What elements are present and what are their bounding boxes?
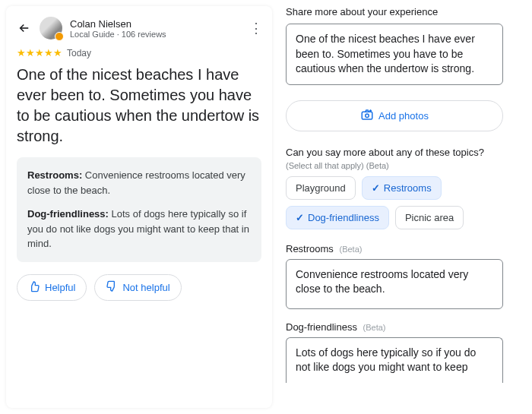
- detail-dogs: Dog-friendliness: Lots of dogs here typi…: [27, 207, 251, 251]
- add-photos-label: Add photos: [378, 110, 429, 122]
- camera-icon: [360, 108, 374, 124]
- chip-dog-friendliness[interactable]: ✓ Dog-friendliness: [286, 206, 389, 229]
- review-time: Today: [67, 48, 91, 58]
- share-experience-title: Share more about your experience: [286, 6, 503, 17]
- user-info: Colan Nielsen Local Guide · 106 reviews: [70, 18, 242, 39]
- check-icon: ✓: [296, 212, 304, 223]
- dogs-section-label: Dog-friendliness (Beta): [286, 321, 503, 333]
- chip-playground[interactable]: Playground: [286, 176, 356, 200]
- thumb-down-icon: [106, 280, 118, 295]
- svg-rect-0: [362, 112, 372, 119]
- svg-point-1: [366, 114, 369, 118]
- detail-dogs-label: Dog-friendliness:: [27, 208, 109, 220]
- detail-restrooms-label: Restrooms:: [27, 169, 82, 181]
- review-form: Share more about your experience One of …: [278, 0, 514, 414]
- beta-tag: (Beta): [363, 323, 386, 332]
- review-header: Colan Nielsen Local Guide · 106 reviews …: [17, 17, 261, 40]
- avatar[interactable]: [40, 17, 62, 40]
- dogs-input[interactable]: Lots of dogs here typically so if you do…: [286, 337, 503, 383]
- topic-chips: Playground ✓ Restrooms ✓ Dog-friendlines…: [286, 176, 503, 229]
- detail-restrooms: Restrooms: Convenience restrooms located…: [27, 168, 251, 198]
- not-helpful-label: Not helpful: [122, 282, 169, 293]
- chip-playground-label: Playground: [296, 182, 346, 194]
- chip-restrooms-label: Restrooms: [384, 182, 432, 194]
- restrooms-input[interactable]: Convenience restrooms located very close…: [286, 259, 503, 309]
- restrooms-section-label: Restrooms (Beta): [286, 243, 503, 254]
- review-card: Colan Nielsen Local Guide · 106 reviews …: [6, 6, 272, 408]
- helpful-buttons: Helpful Not helpful: [17, 274, 261, 301]
- thumb-up-icon: [28, 280, 40, 295]
- topics-subtitle: (Select all that apply) (Beta): [286, 161, 503, 170]
- user-sub: Local Guide · 106 reviews: [70, 30, 242, 39]
- chip-picnic-label: Picnic area: [405, 212, 454, 223]
- chip-dog-label: Dog-friendliness: [308, 212, 379, 223]
- chip-restrooms[interactable]: ✓ Restrooms: [362, 176, 442, 200]
- review-details-box: Restrooms: Convenience restrooms located…: [17, 157, 261, 262]
- beta-tag: (Beta): [339, 245, 362, 254]
- back-icon[interactable]: [17, 21, 32, 36]
- experience-input[interactable]: One of the nicest beaches I have ever be…: [286, 24, 503, 85]
- not-helpful-button[interactable]: Not helpful: [94, 274, 181, 301]
- user-name[interactable]: Colan Nielsen: [70, 18, 242, 30]
- star-rating: ★★★★★: [17, 47, 62, 58]
- local-guide-badge-icon: [55, 32, 64, 41]
- check-icon: ✓: [372, 182, 380, 194]
- rating-row: ★★★★★ Today: [17, 47, 261, 58]
- topics-title: Can you say more about any of these topi…: [286, 147, 503, 158]
- review-body: One of the nicest beaches I have ever be…: [17, 65, 261, 147]
- more-menu-icon[interactable]: ⋮: [249, 26, 261, 30]
- helpful-button[interactable]: Helpful: [17, 274, 87, 301]
- helpful-label: Helpful: [45, 282, 75, 293]
- add-photos-button[interactable]: Add photos: [286, 100, 503, 131]
- chip-picnic-area[interactable]: Picnic area: [395, 206, 464, 229]
